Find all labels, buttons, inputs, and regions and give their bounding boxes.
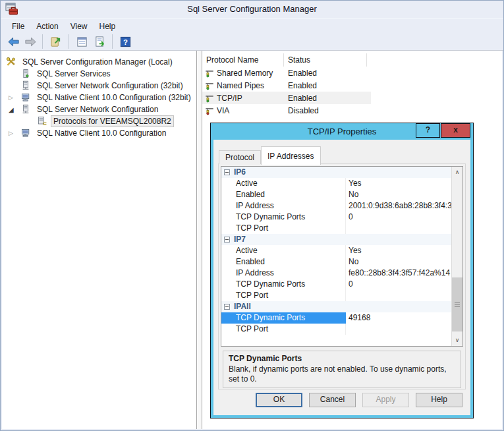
property-grid-row[interactable]: IP Address 2001:0:9d38:6ab8:28b8:3f4:3f5… bbox=[221, 200, 451, 212]
property-value-cell[interactable]: 0 bbox=[346, 212, 451, 223]
tree-item[interactable]: SQL Server Services bbox=[2, 68, 196, 80]
export-list-icon[interactable] bbox=[92, 34, 108, 49]
property-grid-row[interactable]: Active Yes bbox=[221, 245, 451, 256]
dialog-button-label: OK bbox=[273, 395, 285, 404]
property-grid-row[interactable]: Active Yes bbox=[221, 178, 451, 189]
menu-item[interactable]: File bbox=[6, 20, 30, 33]
property-label: TCP Port bbox=[236, 223, 268, 234]
dialog-button[interactable]: Cancel bbox=[309, 393, 356, 407]
grid-scrollbar[interactable]: ∧ ∨ bbox=[451, 167, 462, 346]
TCP/IP[interactable]: TCP/IP Enabled bbox=[202, 92, 371, 104]
dialog-help-button[interactable]: ? bbox=[416, 123, 440, 138]
back-arrow-icon[interactable] bbox=[5, 34, 21, 49]
dialog-close-button[interactable]: x bbox=[441, 123, 470, 138]
property-grid-row[interactable]: IPAll bbox=[221, 301, 451, 312]
property-value-cell[interactable]: No bbox=[346, 189, 451, 200]
property-label-cell: Enabled bbox=[221, 189, 346, 200]
property-grid-row[interactable]: Enabled No bbox=[221, 189, 451, 200]
tree-item-icon bbox=[20, 92, 31, 103]
scroll-up-icon[interactable]: ∧ bbox=[452, 167, 462, 178]
property-value-cell[interactable]: fe80::28b8:3f4:3f57:f42a%14 bbox=[346, 268, 451, 279]
property-grid-row[interactable]: IP Address fe80::28b8:3f4:3f57:f42a%14 bbox=[221, 268, 451, 279]
list-column-header[interactable]: Protocol Name bbox=[202, 53, 284, 67]
property-value: Yes bbox=[349, 179, 362, 188]
tree-item[interactable]: SQL Server Configuration Manager (Local) bbox=[2, 56, 196, 68]
property-value-cell[interactable]: 0 bbox=[346, 279, 451, 290]
panel-splitter[interactable] bbox=[196, 51, 202, 429]
property-label: IP7 bbox=[234, 234, 246, 245]
menu-bar: FileActionViewHelp bbox=[1, 18, 503, 34]
tree-item[interactable]: SQL Server Network Configuration bbox=[2, 103, 196, 115]
tree-expander-icon[interactable] bbox=[9, 130, 20, 136]
property-value-cell[interactable] bbox=[346, 324, 451, 335]
dialog-button[interactable]: OK bbox=[256, 393, 302, 407]
menu-item[interactable]: View bbox=[65, 20, 94, 33]
tree-expander-icon[interactable] bbox=[9, 94, 20, 101]
tree-expander-icon[interactable] bbox=[9, 106, 20, 113]
property-grid-row[interactable]: IP7 bbox=[221, 234, 451, 245]
property-label-cell: IP7 bbox=[221, 234, 451, 245]
dialog-button-label: Apply bbox=[376, 395, 395, 404]
scroll-down-icon[interactable]: ∨ bbox=[452, 335, 462, 346]
properties-icon[interactable] bbox=[69, 34, 91, 49]
property-value-cell[interactable]: No bbox=[346, 256, 451, 268]
toolbar-button-icon bbox=[49, 36, 62, 48]
property-grid-row[interactable]: IP6 bbox=[221, 167, 451, 178]
property-label-cell: Enabled bbox=[221, 256, 346, 268]
property-grid-row[interactable]: TCP Dynamic Ports 49168 bbox=[221, 312, 451, 324]
property-label: TCP Dynamic Ports bbox=[236, 279, 305, 290]
property-value-cell[interactable] bbox=[346, 223, 451, 234]
dialog-button[interactable]: Apply bbox=[362, 393, 409, 407]
tree-item[interactable]: SQL Server Network Configuration (32bit) bbox=[2, 80, 196, 92]
property-grid-row[interactable]: TCP Port bbox=[221, 223, 451, 234]
property-label: TCP Port bbox=[236, 324, 268, 335]
property-label: TCP Dynamic Ports bbox=[236, 312, 305, 324]
forward-arrow-icon[interactable] bbox=[22, 34, 38, 49]
protocol-status-icon bbox=[205, 106, 214, 115]
dialog-tab[interactable]: Protocol bbox=[219, 150, 261, 164]
property-value-cell[interactable]: 49168 bbox=[346, 312, 451, 324]
property-value-cell[interactable]: Yes bbox=[346, 245, 451, 256]
help-icon[interactable] bbox=[112, 34, 134, 49]
protocol-name: Named Pipes bbox=[217, 81, 288, 90]
property-grid-row[interactable]: TCP Dynamic Ports 0 bbox=[221, 212, 451, 223]
title-bar: Sql Server Configuration Manager bbox=[1, 1, 503, 18]
tree-item-icon bbox=[20, 128, 31, 138]
list-column-header[interactable]: Status bbox=[284, 53, 367, 67]
property-grid-row[interactable]: TCP Dynamic Ports 0 bbox=[221, 279, 451, 290]
property-value-cell[interactable] bbox=[346, 290, 451, 301]
protocol-status-icon bbox=[205, 81, 214, 90]
tree-item[interactable]: SQL Native Client 10.0 Configuration (32… bbox=[2, 92, 196, 103]
tree-item-icon bbox=[20, 69, 31, 79]
dialog-tabs: ProtocolIP Addresses bbox=[219, 146, 321, 164]
property-label-cell: IP Address bbox=[221, 268, 346, 279]
Named Pipes[interactable]: Named Pipes Enabled bbox=[202, 79, 371, 92]
menu-item[interactable]: Action bbox=[30, 20, 64, 33]
property-grid-row[interactable]: TCP Port bbox=[221, 290, 451, 301]
protocol-status: Disabled bbox=[288, 106, 319, 115]
property-value-cell[interactable]: Yes bbox=[346, 178, 451, 189]
VIA[interactable]: VIA Disabled bbox=[202, 104, 371, 117]
tcpip-properties-dialog: TCP/IP Properties ? x ProtocolIP Address… bbox=[210, 123, 474, 418]
collapse-minus-icon[interactable] bbox=[224, 304, 230, 310]
menu-item[interactable]: Help bbox=[94, 20, 122, 33]
property-label-cell: TCP Port bbox=[221, 290, 346, 301]
collapse-minus-icon[interactable] bbox=[224, 169, 230, 175]
tree-item[interactable]: SQL Native Client 10.0 Configuration bbox=[2, 127, 196, 139]
Shared Memory[interactable]: Shared Memory Enabled bbox=[202, 67, 371, 79]
scrollbar-thumb[interactable] bbox=[452, 277, 462, 331]
protocol-name: VIA bbox=[217, 106, 288, 115]
show-console-tree-icon[interactable] bbox=[42, 34, 65, 49]
dialog-tab[interactable]: IP Addresses bbox=[261, 146, 321, 165]
property-value-cell[interactable]: 2001:0:9d38:6ab8:28b8:3f4:3f57: bbox=[346, 200, 451, 212]
collapse-minus-icon[interactable] bbox=[224, 237, 230, 243]
property-label: TCP Port bbox=[236, 290, 268, 301]
property-grid-row[interactable]: Enabled No bbox=[221, 256, 451, 268]
toolbar-button-icon bbox=[94, 36, 107, 48]
property-grid-rows: IP6 Active Yes bbox=[221, 167, 451, 346]
tree-item-icon bbox=[37, 116, 47, 127]
dialog-button[interactable]: Help bbox=[416, 393, 462, 407]
tree-item[interactable]: Protocols for VEEAMSQL2008R2 bbox=[2, 115, 196, 127]
property-grid-row[interactable]: TCP Port bbox=[221, 324, 451, 335]
protocol-status-icon bbox=[205, 94, 214, 103]
